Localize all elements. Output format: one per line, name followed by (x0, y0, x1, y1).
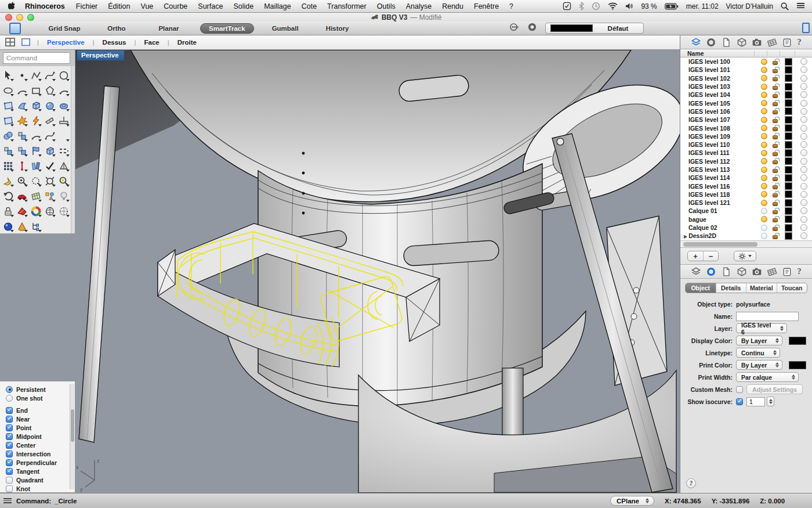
layer-color-swatch[interactable] (785, 83, 792, 91)
osnap-near[interactable]: Near (6, 415, 75, 423)
layers-panel-icon[interactable] (691, 266, 701, 277)
layer-lock-icon[interactable] (773, 94, 778, 98)
layer-lock-icon[interactable] (773, 202, 778, 206)
help-icon[interactable]: ? (797, 266, 802, 276)
custom-mesh-checkbox[interactable] (736, 386, 743, 393)
display-color-dropdown[interactable]: By Layer (736, 336, 782, 345)
layer-row[interactable]: IGES level 103 (680, 82, 812, 91)
layer-dropdown[interactable]: IGES level 6 (736, 323, 787, 333)
layers-header[interactable]: Name (680, 49, 812, 57)
layer-lock-icon[interactable] (773, 160, 778, 164)
tool-box[interactable] (29, 98, 43, 113)
tool-sphere[interactable] (43, 98, 57, 113)
menu-item[interactable]: Surface (198, 2, 223, 10)
layer-material-icon[interactable] (800, 224, 807, 231)
box-panel-icon[interactable] (737, 266, 747, 277)
layer-material-icon[interactable] (800, 207, 807, 214)
properties-panel-icon[interactable] (706, 37, 716, 48)
layer-visibility-bulb-icon[interactable] (761, 59, 767, 65)
properties-panel-icon[interactable] (706, 266, 716, 277)
properties-tab-object[interactable]: Object (686, 283, 716, 293)
layer-row[interactable]: IGES level 111 (680, 149, 812, 157)
tool-pyramid[interactable] (1, 174, 15, 189)
layer-lock-icon[interactable] (773, 102, 778, 106)
single-viewport-icon[interactable] (20, 37, 31, 49)
page-panel-icon[interactable] (721, 37, 731, 48)
toolbar-toggle-smarttrack[interactable]: SmartTrack (200, 23, 254, 34)
minimize-button[interactable] (16, 14, 23, 21)
osnap-center[interactable]: Center (6, 441, 75, 449)
layer-visibility-bulb-icon[interactable] (761, 84, 767, 90)
tool-zoom-in[interactable] (15, 174, 29, 189)
layer-visibility-bulb-icon[interactable] (761, 100, 767, 106)
adjust-settings-button[interactable]: Adjust Settings (746, 384, 803, 394)
tool-color-picker[interactable] (29, 204, 43, 219)
layer-color-swatch[interactable] (785, 141, 792, 149)
tool-rotate-view[interactable] (1, 189, 15, 204)
command-value[interactable]: _Circle (55, 498, 77, 505)
tool-surface-from-points[interactable] (1, 98, 15, 113)
layer-row[interactable]: IGES level 109 (680, 132, 812, 140)
layer-lock-icon[interactable] (773, 77, 778, 81)
battery-icon[interactable] (665, 3, 679, 10)
layer-lock-icon[interactable] (773, 185, 778, 189)
layer-color-swatch[interactable] (785, 149, 792, 157)
layer-visibility-bulb-icon[interactable] (761, 92, 767, 98)
tool-palette-scrollbar[interactable] (71, 66, 75, 233)
rhino-app-icon[interactable] (9, 23, 21, 34)
print-color-swatch[interactable] (789, 361, 806, 369)
layer-lock-icon[interactable] (773, 61, 778, 65)
menu-item[interactable]: Maillage (264, 2, 291, 10)
layer-row[interactable]: IGES level 116 (680, 182, 812, 190)
layer-material-icon[interactable] (800, 183, 807, 190)
key-icon[interactable] (509, 22, 519, 34)
close-button[interactable] (5, 14, 12, 21)
checkbox-icon[interactable] (6, 407, 13, 414)
tool-polygon[interactable] (43, 83, 57, 98)
layer-lock-icon[interactable] (773, 177, 778, 181)
tool-render[interactable] (1, 219, 15, 234)
layer-color-swatch[interactable] (785, 224, 792, 232)
notification-center-icon[interactable] (796, 2, 805, 10)
layer-row[interactable]: Calque 01 (680, 207, 812, 215)
layer-color-swatch[interactable] (785, 166, 792, 174)
tool-explode[interactable] (15, 113, 29, 128)
layer-material-icon[interactable] (800, 133, 807, 140)
layer-color-swatch[interactable] (785, 199, 792, 207)
menu-item[interactable]: Cote (302, 2, 317, 10)
layer-row[interactable]: IGES level 114 (680, 174, 812, 182)
camera-panel-icon[interactable] (752, 37, 762, 48)
layer-lock-icon[interactable] (773, 86, 778, 90)
layer-visibility-bulb-icon[interactable] (761, 67, 767, 73)
command-input[interactable] (3, 52, 70, 64)
osnap-end[interactable]: End (6, 406, 75, 415)
tool-orient[interactable] (29, 158, 43, 174)
tool-rectangle[interactable] (29, 83, 43, 98)
layer-lock-icon[interactable] (773, 152, 778, 156)
menu-item[interactable]: ? (509, 2, 513, 10)
layer-material-icon[interactable] (800, 158, 807, 165)
display-panel-icon[interactable] (767, 266, 777, 277)
layer-color-swatch[interactable] (785, 215, 792, 223)
radio-icon[interactable] (6, 395, 13, 402)
layer-color-swatch[interactable] (785, 207, 792, 215)
toolbar-edge-icon[interactable] (802, 23, 810, 33)
tool-fillet-curve[interactable] (29, 128, 43, 143)
tool-scale[interactable] (15, 158, 29, 174)
layer-material-icon[interactable] (800, 149, 807, 156)
layer-row[interactable]: IGES level 102 (680, 74, 812, 82)
layer-lock-icon[interactable] (773, 227, 778, 231)
checkbox-icon[interactable] (6, 468, 13, 475)
layer-color-swatch[interactable] (785, 99, 792, 107)
properties-tab-toucan[interactable]: Toucan (777, 283, 807, 293)
osnap-quadrant[interactable]: Quadrant (6, 475, 75, 484)
properties-tab-material[interactable]: Material (746, 283, 777, 293)
layer-row[interactable]: ▶Dessin2D (680, 232, 812, 240)
checkbox-icon[interactable] (6, 433, 13, 440)
layer-row[interactable]: IGES level 105 (680, 99, 812, 107)
tool-control-point-curve[interactable] (43, 68, 57, 83)
tool-zoom-selected[interactable] (57, 174, 71, 189)
layer-material-icon[interactable] (800, 199, 807, 206)
layer-visibility-bulb-icon[interactable] (761, 225, 767, 231)
spotlight-icon[interactable] (781, 2, 789, 10)
